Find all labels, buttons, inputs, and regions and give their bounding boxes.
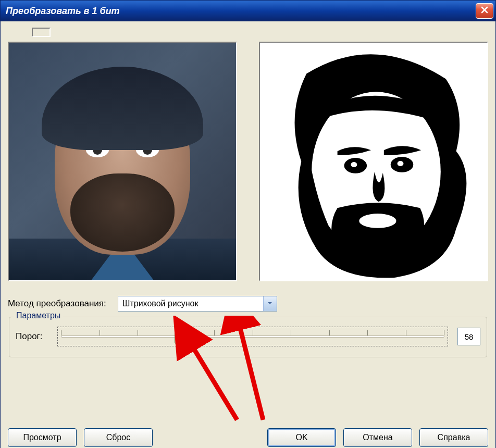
threshold-row: Порог: 58 <box>16 327 480 346</box>
svg-point-4 <box>351 162 357 167</box>
slider-ticks <box>61 330 444 335</box>
cancel-button[interactable]: Отмена <box>343 428 412 447</box>
original-image <box>9 43 236 280</box>
preview-original[interactable] <box>8 42 237 281</box>
dialog-window: Преобразовать в 1 бит <box>0 0 496 448</box>
slider-thumb[interactable] <box>175 329 182 344</box>
window-title: Преобразовать в 1 бит <box>6 6 120 17</box>
combobox-value: Штриховой рисунок <box>122 299 199 308</box>
dialog-body: Метод преобразования: Штриховой рисунок … <box>1 21 495 448</box>
chevron-down-icon <box>267 299 273 308</box>
method-label: Метод преобразования: <box>8 298 106 309</box>
button-row: Просмотр Сброс OK Отмена Справка <box>8 425 488 447</box>
close-icon <box>480 6 489 17</box>
thumbnail-toggle[interactable] <box>32 28 51 37</box>
titlebar[interactable]: Преобразовать в 1 бит <box>1 1 495 21</box>
preview-row <box>8 42 488 281</box>
threshold-label: Порог: <box>16 331 48 342</box>
help-button[interactable]: Справка <box>419 428 488 447</box>
svg-point-6 <box>359 214 396 228</box>
slider-track <box>61 335 444 338</box>
svg-point-5 <box>398 161 404 166</box>
annotation-arrow-slider <box>193 347 237 420</box>
spacer <box>8 357 488 425</box>
method-combobox[interactable]: Штриховой рисунок <box>118 296 277 312</box>
result-image <box>260 43 487 280</box>
ok-button[interactable]: OK <box>267 428 336 447</box>
reset-button[interactable]: Сброс <box>84 428 153 447</box>
method-row: Метод преобразования: Штриховой рисунок <box>8 296 488 312</box>
threshold-value[interactable]: 58 <box>457 328 480 345</box>
toolbar-strip <box>8 27 488 42</box>
options-group: Параметры Порог: 58 <box>9 317 487 357</box>
preview-button[interactable]: Просмотр <box>8 428 77 447</box>
preview-result[interactable] <box>259 42 488 281</box>
combobox-button[interactable] <box>263 296 277 311</box>
group-title: Параметры <box>14 311 63 320</box>
threshold-slider[interactable] <box>57 327 448 346</box>
close-button[interactable] <box>476 3 493 19</box>
